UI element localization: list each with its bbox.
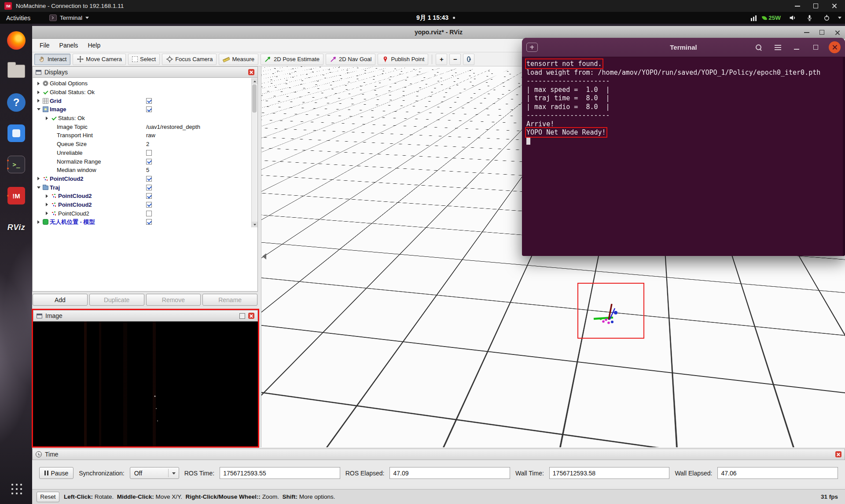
display-row-image[interactable]: Image	[33, 105, 257, 114]
tool-select[interactable]: Select	[128, 54, 160, 65]
search-button[interactable]	[753, 42, 764, 53]
display-row-traj[interactable]: Traj	[33, 183, 257, 192]
close-button[interactable]	[831, 3, 837, 9]
rviz-titlebar[interactable]: yopo.rviz* - RViz	[32, 26, 845, 39]
menu-file[interactable]: File	[35, 40, 55, 51]
property-value[interactable]: raw	[146, 132, 155, 139]
sync-dropdown[interactable]: Off	[130, 467, 179, 479]
enabled-checkbox[interactable]	[146, 176, 152, 182]
close-button[interactable]	[829, 41, 841, 53]
system-tray[interactable]: 25W	[751, 12, 841, 24]
enabled-checkbox[interactable]	[146, 193, 152, 199]
tree-scrollbar[interactable]	[251, 78, 257, 227]
displays-panel-header[interactable]: Displays	[32, 66, 258, 78]
display-row-global-options[interactable]: Global Options	[33, 79, 257, 88]
expander-icon[interactable]	[36, 176, 41, 182]
scrollbar-thumb[interactable]	[252, 84, 257, 113]
expander-icon[interactable]	[36, 106, 41, 112]
dock-terminal[interactable]: >_	[6, 154, 26, 175]
dock-rviz[interactable]: RViz	[6, 217, 26, 237]
display-row-traj-pointcloud2-1[interactable]: PointCloud2	[33, 192, 257, 201]
duplicate-button[interactable]: Duplicate	[89, 294, 144, 306]
reset-button[interactable]: Reset	[37, 492, 59, 502]
scroll-up-icon[interactable]	[252, 78, 257, 84]
enabled-checkbox[interactable]	[146, 219, 152, 225]
close-button[interactable]	[834, 30, 840, 35]
expander-icon[interactable]	[44, 193, 50, 199]
add-tool-button[interactable]: +	[436, 54, 447, 65]
wall-time-field[interactable]: 1756712593.58	[549, 467, 670, 479]
maximize-button[interactable]	[819, 30, 824, 35]
terminal-titlebar[interactable]: Terminal	[522, 38, 845, 57]
expander-icon[interactable]	[44, 115, 50, 121]
maximize-button[interactable]	[810, 42, 821, 53]
expander-icon[interactable]	[36, 219, 41, 225]
expander-icon[interactable]	[44, 202, 50, 208]
tool-move-camera[interactable]: Move Camera	[73, 54, 126, 65]
property-row-transport-hint[interactable]: Transport Hint raw	[33, 131, 257, 140]
expander-icon[interactable]	[36, 98, 41, 104]
property-value[interactable]: 2	[146, 141, 149, 147]
tool-publish-point[interactable]: Publish Point	[378, 54, 428, 65]
dock-app-blue[interactable]	[6, 123, 26, 143]
property-row-normalize-range[interactable]: Normalize Range	[33, 157, 257, 166]
pause-button[interactable]: Pause	[39, 467, 73, 479]
menu-button[interactable]	[772, 42, 783, 53]
wall-elapsed-field[interactable]: 47.06	[717, 467, 838, 479]
display-row-image-status[interactable]: Status: Ok	[33, 114, 257, 123]
show-applications-button[interactable]	[10, 482, 22, 494]
tool-2d-pose-estimate[interactable]: 2D Pose Estimate	[261, 54, 323, 65]
rename-button[interactable]: Rename	[202, 294, 257, 306]
expander-icon[interactable]	[36, 89, 41, 95]
display-row-traj-pointcloud2-2[interactable]: PointCloud2	[33, 201, 257, 209]
property-value[interactable]: 5	[146, 167, 149, 173]
property-row-image-topic[interactable]: Image Topic /uav1/restored_depth	[33, 122, 257, 131]
enabled-checkbox[interactable]	[146, 202, 152, 208]
menu-help[interactable]: Help	[83, 40, 105, 51]
menu-panels[interactable]: Panels	[55, 40, 83, 51]
enabled-checkbox[interactable]	[146, 185, 152, 190]
minimize-button[interactable]	[791, 42, 802, 53]
dock-firefox[interactable]	[6, 30, 26, 51]
panel-float-button[interactable]	[239, 313, 245, 319]
property-checkbox[interactable]	[146, 159, 152, 164]
enabled-checkbox[interactable]	[146, 211, 152, 216]
property-row-queue-size[interactable]: Queue Size 2	[33, 140, 257, 149]
app-indicator-terminal[interactable]: Terminal	[49, 12, 89, 24]
property-value[interactable]: /uav1/restored_depth	[146, 124, 200, 130]
clock-menu[interactable]: 9月 1 15:43	[416, 12, 455, 24]
property-row-median-window[interactable]: Median window 5	[33, 166, 257, 175]
property-checkbox[interactable]	[146, 150, 152, 156]
panel-close-button[interactable]	[835, 451, 841, 457]
tool-focus-camera[interactable]: Focus Camera	[162, 54, 217, 65]
dock-nomachine[interactable]: !M	[6, 186, 26, 206]
time-panel-header[interactable]: Time	[32, 449, 845, 460]
display-row-grid[interactable]: Grid	[33, 96, 257, 105]
panel-collapse-arrow-icon[interactable]	[262, 253, 266, 259]
expander-icon[interactable]	[36, 185, 41, 190]
tool-interact[interactable]: Interact	[34, 54, 70, 65]
maximize-button[interactable]	[813, 4, 818, 8]
tool-properties-button[interactable]	[463, 54, 474, 65]
activities-button[interactable]: Activities	[6, 12, 30, 24]
expander-icon[interactable]	[36, 80, 41, 86]
panel-close-button[interactable]	[248, 313, 254, 319]
ros-time-field[interactable]: 1756712593.55	[220, 467, 340, 479]
scroll-down-icon[interactable]	[252, 222, 257, 227]
new-tab-icon[interactable]	[526, 43, 538, 52]
tool-2d-nav-goal[interactable]: 2D Nav Goal	[326, 54, 375, 65]
terminal-scrollbar[interactable]	[843, 57, 845, 256]
ros-elapsed-field[interactable]: 47.09	[389, 467, 510, 479]
display-row-global-status[interactable]: Global Status: Ok	[33, 88, 257, 97]
remove-tool-button[interactable]: −	[449, 54, 461, 65]
display-row-uav-model[interactable]: 无人机位置 - 模型	[33, 218, 257, 226]
enabled-checkbox[interactable]	[146, 98, 152, 104]
remove-button[interactable]: Remove	[146, 294, 201, 306]
displays-tree[interactable]: Global Options Global Status: Ok Grid I	[32, 78, 258, 292]
panel-close-button[interactable]	[248, 69, 254, 75]
tool-measure[interactable]: Measure	[219, 54, 258, 65]
display-row-traj-pointcloud2-3[interactable]: PointCloud2	[33, 209, 257, 218]
property-row-unreliable[interactable]: Unreliable	[33, 149, 257, 157]
minimize-button[interactable]	[795, 6, 800, 7]
terminal-output[interactable]: tensorrt not found. load weight from: /h…	[522, 57, 845, 256]
